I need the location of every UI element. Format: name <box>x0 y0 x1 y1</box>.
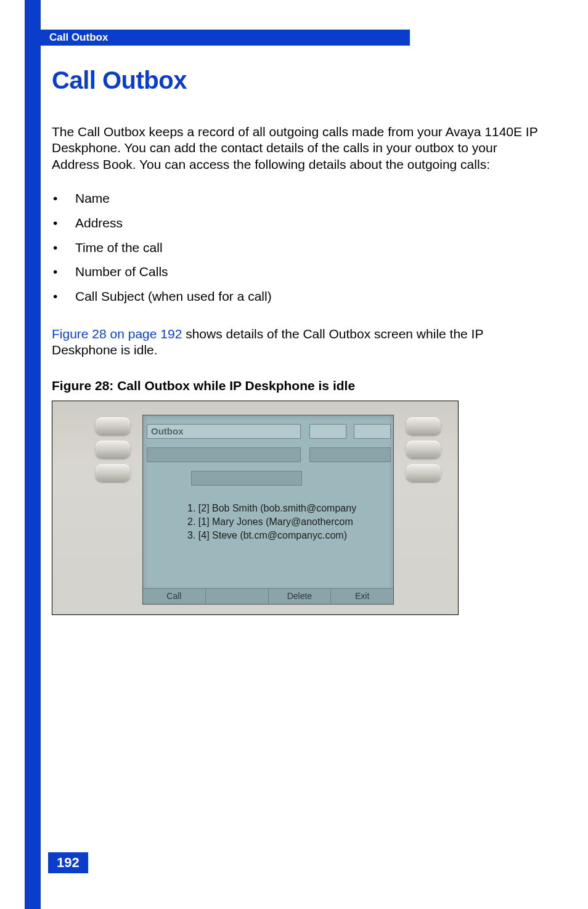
softkey-exit: Exit <box>331 588 393 604</box>
screen-title: Outbox <box>151 426 184 436</box>
right-physical-buttons <box>406 417 441 487</box>
softkey-blank <box>206 588 269 604</box>
softkey-bar: Call Delete Exit <box>143 588 393 604</box>
figure-caption: Figure 28: Call Outbox while IP Deskphon… <box>52 378 539 393</box>
list-item: Call Subject (when used for a call) <box>52 284 539 309</box>
page-title: Call Outbox <box>52 67 539 94</box>
physical-button <box>406 417 441 434</box>
running-header: Call Outbox <box>25 30 410 46</box>
page-number: 192 <box>48 852 88 873</box>
outbox-entry: 3. [4] Steve (bt.cm@companyc.com) <box>187 529 356 542</box>
phone-screen: Outbox 1. [2] Bob Smith (bob.smith@compa… <box>142 415 394 605</box>
page-content: Call Outbox The Call Outbox keeps a reco… <box>52 67 539 615</box>
physical-button <box>406 464 441 481</box>
left-physical-buttons <box>96 417 130 487</box>
list-item: Address <box>52 211 539 235</box>
list-item: Name <box>52 186 539 211</box>
details-list: Name Address Time of the call Number of … <box>52 186 539 309</box>
outbox-entries: 1. [2] Bob Smith (bob.smith@company 2. [… <box>187 502 356 543</box>
figure-image: Outbox 1. [2] Bob Smith (bob.smith@compa… <box>52 401 459 615</box>
list-item: Number of Calls <box>52 259 539 284</box>
phone-body: Outbox 1. [2] Bob Smith (bob.smith@compa… <box>52 401 458 614</box>
physical-button <box>406 441 441 458</box>
screen-slot <box>309 447 391 462</box>
softkey-delete: Delete <box>269 588 332 604</box>
figure-reference-paragraph: Figure 28 on page 192 shows details of t… <box>52 326 539 359</box>
screen-title-slot: Outbox <box>147 424 301 439</box>
screen-slot <box>354 424 391 439</box>
physical-button <box>96 441 130 458</box>
outbox-entry: 1. [2] Bob Smith (bob.smith@company <box>187 502 356 515</box>
physical-button <box>96 464 130 481</box>
physical-button <box>96 417 130 434</box>
running-header-text: Call Outbox <box>49 31 108 44</box>
figure-reference-link[interactable]: Figure 28 on page 192 <box>52 327 182 341</box>
screen-slot <box>309 424 346 439</box>
list-item: Time of the call <box>52 235 539 260</box>
intro-paragraph: The Call Outbox keeps a record of all ou… <box>52 124 539 173</box>
sidebar-stripe <box>25 0 41 909</box>
outbox-entry: 2. [1] Mary Jones (Mary@anothercom <box>187 515 356 529</box>
screen-slot <box>147 447 301 462</box>
screen-slot <box>191 471 302 486</box>
softkey-call: Call <box>143 588 206 604</box>
